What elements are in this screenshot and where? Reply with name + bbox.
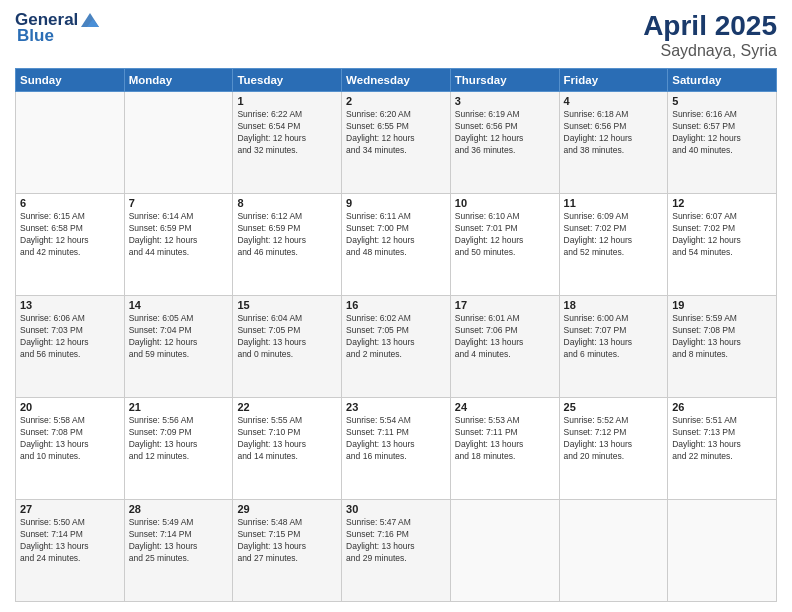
day-detail: Sunrise: 6:16 AM Sunset: 6:57 PM Dayligh… [672, 109, 772, 157]
day-number: 1 [237, 95, 337, 107]
day-header-friday: Friday [559, 69, 668, 92]
day-detail: Sunrise: 5:58 AM Sunset: 7:08 PM Dayligh… [20, 415, 120, 463]
day-number: 22 [237, 401, 337, 413]
page-title: April 2025 [643, 10, 777, 42]
day-detail: Sunrise: 5:52 AM Sunset: 7:12 PM Dayligh… [564, 415, 664, 463]
day-detail: Sunrise: 6:06 AM Sunset: 7:03 PM Dayligh… [20, 313, 120, 361]
header: General Blue April 2025 Saydnaya, Syria [15, 10, 777, 60]
logo: General Blue [15, 10, 101, 46]
calendar-cell: 28Sunrise: 5:49 AM Sunset: 7:14 PM Dayli… [124, 500, 233, 602]
calendar-header-row: SundayMondayTuesdayWednesdayThursdayFrid… [16, 69, 777, 92]
calendar-week-row: 1Sunrise: 6:22 AM Sunset: 6:54 PM Daylig… [16, 92, 777, 194]
day-number: 6 [20, 197, 120, 209]
day-detail: Sunrise: 5:56 AM Sunset: 7:09 PM Dayligh… [129, 415, 229, 463]
calendar-cell: 5Sunrise: 6:16 AM Sunset: 6:57 PM Daylig… [668, 92, 777, 194]
day-detail: Sunrise: 6:20 AM Sunset: 6:55 PM Dayligh… [346, 109, 446, 157]
day-number: 4 [564, 95, 664, 107]
day-detail: Sunrise: 5:48 AM Sunset: 7:15 PM Dayligh… [237, 517, 337, 565]
calendar-cell: 6Sunrise: 6:15 AM Sunset: 6:58 PM Daylig… [16, 194, 125, 296]
day-detail: Sunrise: 5:50 AM Sunset: 7:14 PM Dayligh… [20, 517, 120, 565]
calendar-cell: 29Sunrise: 5:48 AM Sunset: 7:15 PM Dayli… [233, 500, 342, 602]
day-detail: Sunrise: 6:11 AM Sunset: 7:00 PM Dayligh… [346, 211, 446, 259]
day-number: 16 [346, 299, 446, 311]
day-number: 25 [564, 401, 664, 413]
calendar-cell: 25Sunrise: 5:52 AM Sunset: 7:12 PM Dayli… [559, 398, 668, 500]
logo-blue: Blue [17, 26, 54, 46]
day-detail: Sunrise: 6:09 AM Sunset: 7:02 PM Dayligh… [564, 211, 664, 259]
calendar-cell: 12Sunrise: 6:07 AM Sunset: 7:02 PM Dayli… [668, 194, 777, 296]
day-detail: Sunrise: 6:19 AM Sunset: 6:56 PM Dayligh… [455, 109, 555, 157]
calendar-week-row: 20Sunrise: 5:58 AM Sunset: 7:08 PM Dayli… [16, 398, 777, 500]
day-header-wednesday: Wednesday [342, 69, 451, 92]
day-number: 26 [672, 401, 772, 413]
day-number: 3 [455, 95, 555, 107]
day-number: 20 [20, 401, 120, 413]
day-detail: Sunrise: 6:12 AM Sunset: 6:59 PM Dayligh… [237, 211, 337, 259]
calendar-cell: 24Sunrise: 5:53 AM Sunset: 7:11 PM Dayli… [450, 398, 559, 500]
day-number: 11 [564, 197, 664, 209]
calendar-cell: 20Sunrise: 5:58 AM Sunset: 7:08 PM Dayli… [16, 398, 125, 500]
day-number: 15 [237, 299, 337, 311]
calendar-cell: 30Sunrise: 5:47 AM Sunset: 7:16 PM Dayli… [342, 500, 451, 602]
calendar-cell: 17Sunrise: 6:01 AM Sunset: 7:06 PM Dayli… [450, 296, 559, 398]
day-number: 19 [672, 299, 772, 311]
day-number: 27 [20, 503, 120, 515]
day-number: 5 [672, 95, 772, 107]
day-detail: Sunrise: 6:22 AM Sunset: 6:54 PM Dayligh… [237, 109, 337, 157]
day-detail: Sunrise: 5:59 AM Sunset: 7:08 PM Dayligh… [672, 313, 772, 361]
day-detail: Sunrise: 6:00 AM Sunset: 7:07 PM Dayligh… [564, 313, 664, 361]
day-detail: Sunrise: 5:54 AM Sunset: 7:11 PM Dayligh… [346, 415, 446, 463]
calendar-cell: 18Sunrise: 6:00 AM Sunset: 7:07 PM Dayli… [559, 296, 668, 398]
calendar-cell: 16Sunrise: 6:02 AM Sunset: 7:05 PM Dayli… [342, 296, 451, 398]
day-detail: Sunrise: 5:47 AM Sunset: 7:16 PM Dayligh… [346, 517, 446, 565]
calendar-cell [124, 92, 233, 194]
calendar-cell: 4Sunrise: 6:18 AM Sunset: 6:56 PM Daylig… [559, 92, 668, 194]
day-number: 23 [346, 401, 446, 413]
calendar-cell: 8Sunrise: 6:12 AM Sunset: 6:59 PM Daylig… [233, 194, 342, 296]
logo-icon [79, 11, 101, 29]
day-number: 12 [672, 197, 772, 209]
day-detail: Sunrise: 5:55 AM Sunset: 7:10 PM Dayligh… [237, 415, 337, 463]
calendar-cell: 13Sunrise: 6:06 AM Sunset: 7:03 PM Dayli… [16, 296, 125, 398]
calendar-cell: 3Sunrise: 6:19 AM Sunset: 6:56 PM Daylig… [450, 92, 559, 194]
day-detail: Sunrise: 6:14 AM Sunset: 6:59 PM Dayligh… [129, 211, 229, 259]
day-header-thursday: Thursday [450, 69, 559, 92]
day-number: 21 [129, 401, 229, 413]
day-number: 28 [129, 503, 229, 515]
calendar-week-row: 13Sunrise: 6:06 AM Sunset: 7:03 PM Dayli… [16, 296, 777, 398]
day-detail: Sunrise: 5:53 AM Sunset: 7:11 PM Dayligh… [455, 415, 555, 463]
day-header-saturday: Saturday [668, 69, 777, 92]
day-number: 18 [564, 299, 664, 311]
calendar-week-row: 6Sunrise: 6:15 AM Sunset: 6:58 PM Daylig… [16, 194, 777, 296]
calendar-cell [668, 500, 777, 602]
calendar-cell: 22Sunrise: 5:55 AM Sunset: 7:10 PM Dayli… [233, 398, 342, 500]
calendar-cell: 19Sunrise: 5:59 AM Sunset: 7:08 PM Dayli… [668, 296, 777, 398]
day-detail: Sunrise: 6:07 AM Sunset: 7:02 PM Dayligh… [672, 211, 772, 259]
calendar-cell: 2Sunrise: 6:20 AM Sunset: 6:55 PM Daylig… [342, 92, 451, 194]
calendar-cell: 26Sunrise: 5:51 AM Sunset: 7:13 PM Dayli… [668, 398, 777, 500]
calendar-cell: 10Sunrise: 6:10 AM Sunset: 7:01 PM Dayli… [450, 194, 559, 296]
day-detail: Sunrise: 6:15 AM Sunset: 6:58 PM Dayligh… [20, 211, 120, 259]
day-detail: Sunrise: 6:01 AM Sunset: 7:06 PM Dayligh… [455, 313, 555, 361]
calendar-cell: 14Sunrise: 6:05 AM Sunset: 7:04 PM Dayli… [124, 296, 233, 398]
day-number: 14 [129, 299, 229, 311]
day-detail: Sunrise: 6:18 AM Sunset: 6:56 PM Dayligh… [564, 109, 664, 157]
calendar-week-row: 27Sunrise: 5:50 AM Sunset: 7:14 PM Dayli… [16, 500, 777, 602]
calendar-cell: 27Sunrise: 5:50 AM Sunset: 7:14 PM Dayli… [16, 500, 125, 602]
calendar-cell: 11Sunrise: 6:09 AM Sunset: 7:02 PM Dayli… [559, 194, 668, 296]
day-number: 10 [455, 197, 555, 209]
day-detail: Sunrise: 6:04 AM Sunset: 7:05 PM Dayligh… [237, 313, 337, 361]
day-number: 17 [455, 299, 555, 311]
day-header-monday: Monday [124, 69, 233, 92]
day-detail: Sunrise: 6:05 AM Sunset: 7:04 PM Dayligh… [129, 313, 229, 361]
day-detail: Sunrise: 6:10 AM Sunset: 7:01 PM Dayligh… [455, 211, 555, 259]
calendar-cell: 15Sunrise: 6:04 AM Sunset: 7:05 PM Dayli… [233, 296, 342, 398]
day-number: 13 [20, 299, 120, 311]
calendar-cell: 9Sunrise: 6:11 AM Sunset: 7:00 PM Daylig… [342, 194, 451, 296]
day-header-sunday: Sunday [16, 69, 125, 92]
day-number: 7 [129, 197, 229, 209]
day-number: 24 [455, 401, 555, 413]
title-block: April 2025 Saydnaya, Syria [643, 10, 777, 60]
calendar-cell: 1Sunrise: 6:22 AM Sunset: 6:54 PM Daylig… [233, 92, 342, 194]
calendar-cell [16, 92, 125, 194]
